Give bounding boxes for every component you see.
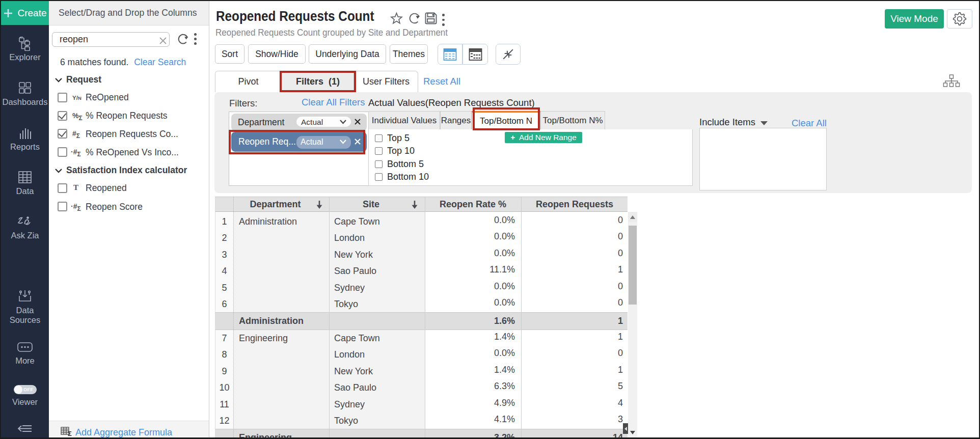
svg-text:Σ: Σ [68,430,72,436]
